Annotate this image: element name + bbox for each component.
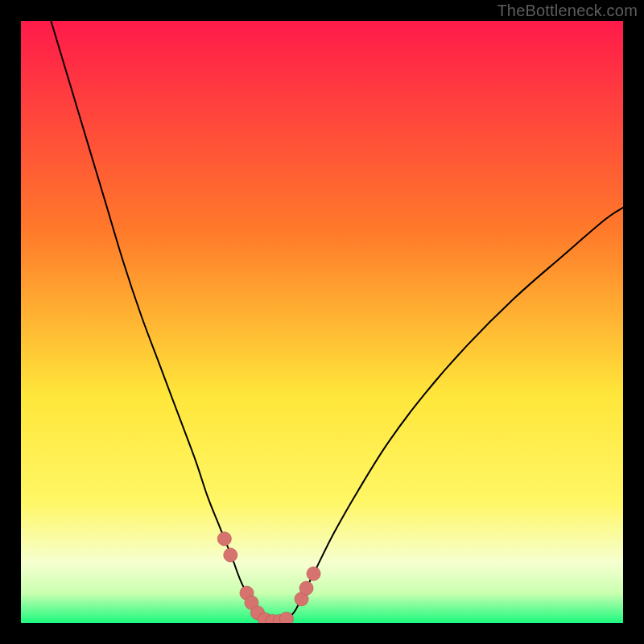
valley-markers xyxy=(21,21,623,623)
valley-marker xyxy=(279,612,293,623)
valley-marker xyxy=(307,567,320,580)
watermark-text: TheBottleneck.com xyxy=(497,2,638,20)
plot-area xyxy=(21,21,623,623)
valley-marker xyxy=(299,581,313,595)
valley-marker xyxy=(224,548,237,562)
valley-marker xyxy=(217,532,231,546)
chart-frame: TheBottleneck.com xyxy=(0,0,644,644)
